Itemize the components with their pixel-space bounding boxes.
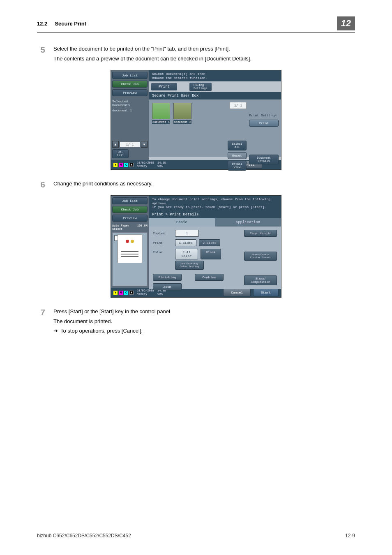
black-button[interactable]: Black <box>201 249 221 259</box>
footer-memory-value: 99% <box>157 164 163 168</box>
step-5: 5 Select the document to be printed on t… <box>37 45 355 64</box>
breadcrumb: Print > Print Details <box>149 211 281 218</box>
document-details-button[interactable]: Document Details <box>249 155 279 164</box>
step-7-line2: The document is printed. <box>53 317 355 326</box>
toner-indicators: Y M C K <box>113 163 134 167</box>
start-button[interactable]: Start <box>253 289 279 296</box>
step-5-line1: Select the document to be printed on the… <box>53 45 355 53</box>
copies-value[interactable]: 1 <box>175 230 199 237</box>
step-number: 7 <box>37 308 53 317</box>
application-tab[interactable]: Application <box>215 218 281 227</box>
document-thumbnail-2[interactable]: document 2 <box>173 103 191 124</box>
detail-view-button[interactable]: Detail View <box>228 161 247 171</box>
preview-dot-icon <box>131 240 134 243</box>
footer-page-number: 12-9 <box>345 533 355 539</box>
toner-cyan-icon: C <box>124 291 128 295</box>
combine-button[interactable]: Combine <box>195 274 224 281</box>
color-label: Color <box>153 249 173 254</box>
check-job-button[interactable]: Check Job <box>112 81 148 88</box>
select-all-button[interactable]: Select All <box>228 141 247 150</box>
step-5-line2: The contents and a preview of the docume… <box>53 55 355 63</box>
one-sided-button[interactable]: 1-Sided <box>175 239 196 246</box>
section-title: Secure Print <box>55 21 86 27</box>
full-color-button[interactable]: Full Color <box>175 249 198 259</box>
thumbnail-image <box>173 103 191 119</box>
sheet-cover-chapter-button[interactable]: Sheet/Cover/ Chapter Insert <box>244 252 277 261</box>
toner-indicators: Y M C K <box>113 291 134 295</box>
print-sides-label: Print <box>153 241 173 245</box>
thumbnail-caption: document 1 <box>152 120 170 124</box>
check-job-button[interactable]: Check Job <box>112 206 148 213</box>
step-number: 6 <box>37 180 53 190</box>
preview-button[interactable]: Preview <box>112 89 148 96</box>
page-footer: bizhub C652/C652DS/C552/C552DS/C452 12-9 <box>37 533 355 539</box>
sub-header-bar: Secure Print User Box <box>149 92 281 99</box>
page-down-button[interactable]: ▼ <box>141 141 148 148</box>
footer-memory-label: Memory <box>137 292 147 296</box>
chapter-badge: 12 <box>337 16 355 30</box>
screenshot-2: Job List Check Job Preview Auto Paper Se… <box>111 195 281 298</box>
instruction-message: Select document(s) and then choose the d… <box>149 70 281 81</box>
toner-magenta-icon: M <box>119 291 123 295</box>
finishing-button[interactable]: Finishing <box>153 274 182 281</box>
toner-yellow-icon: Y <box>113 163 118 167</box>
screenshot-1: Job List Check Job Preview Selected Docu… <box>111 70 281 170</box>
footer-memory-label: Memory <box>137 164 147 168</box>
section-number: 12.2 <box>37 21 47 27</box>
toner-black-icon: K <box>129 163 134 167</box>
stamp-composition-button[interactable]: Stamp/ Composition <box>244 275 277 285</box>
step-7-line1: Press [Start] or the [Start] key in the … <box>53 308 355 316</box>
selected-doc-1: document 1 <box>112 109 148 112</box>
document-thumbnail-1[interactable]: document 1 <box>152 103 170 124</box>
preview-button[interactable]: Preview <box>112 215 148 222</box>
step-7: 7 Press [Start] or the [Start] key in th… <box>37 308 355 337</box>
selected-documents-label: Selected Documents <box>112 99 148 107</box>
footer-memory-value: 99% <box>157 292 163 296</box>
basic-tab[interactable]: Basic <box>149 218 215 227</box>
step-7-line3: To stop operations, press [Cancel]. <box>53 327 355 335</box>
instruction-message: To change document print settings, choos… <box>149 196 281 211</box>
reset-button[interactable]: Reset <box>228 152 247 159</box>
thumbnail-caption: document 2 <box>173 120 191 124</box>
toner-cyan-icon: C <box>124 163 128 167</box>
auto-paper-label: Auto Paper Select <box>112 224 129 231</box>
use-existing-color-button[interactable]: Use Existing Color Setting <box>175 261 204 270</box>
footer-product: bizhub C652/C652DS/C552/C552DS/C452 <box>37 533 131 539</box>
print-tab[interactable]: Print <box>151 83 177 90</box>
print-settings-label: Print Settings <box>249 113 279 117</box>
detail-button[interactable]: De- tail <box>112 149 129 158</box>
copies-label: Copies: <box>153 231 173 235</box>
page-header: 12.2 Secure Print 12 <box>37 16 355 32</box>
job-list-button[interactable]: Job List <box>112 72 148 79</box>
thumbnail-image <box>152 103 170 119</box>
page-indicator-left: 1/ 1 <box>120 142 140 147</box>
step-number: 5 <box>37 45 53 55</box>
two-sided-button[interactable]: 2-Sided <box>199 239 220 246</box>
toner-magenta-icon: M <box>119 163 123 167</box>
page-margin-button[interactable]: Page Margin <box>244 230 277 237</box>
zoom-button[interactable]: Zoom <box>153 283 182 290</box>
toner-yellow-icon: Y <box>113 291 118 295</box>
job-list-button[interactable]: Job List <box>112 197 148 204</box>
preview-thumbnail <box>118 234 142 263</box>
toner-black-icon: K <box>129 291 134 295</box>
page-indicator: 1/ 1 <box>230 102 247 109</box>
preview-dot-icon <box>126 240 129 243</box>
page-up-button[interactable]: ▲ <box>112 141 119 148</box>
zoom-value: 100.0% <box>137 224 148 231</box>
step-6: 6 Change the print conditions as necessa… <box>37 180 355 190</box>
step-6-line1: Change the print conditions as necessary… <box>53 180 355 188</box>
print-button[interactable]: Print <box>249 120 279 127</box>
filing-settings-tab[interactable]: Filing Settings <box>189 83 212 91</box>
